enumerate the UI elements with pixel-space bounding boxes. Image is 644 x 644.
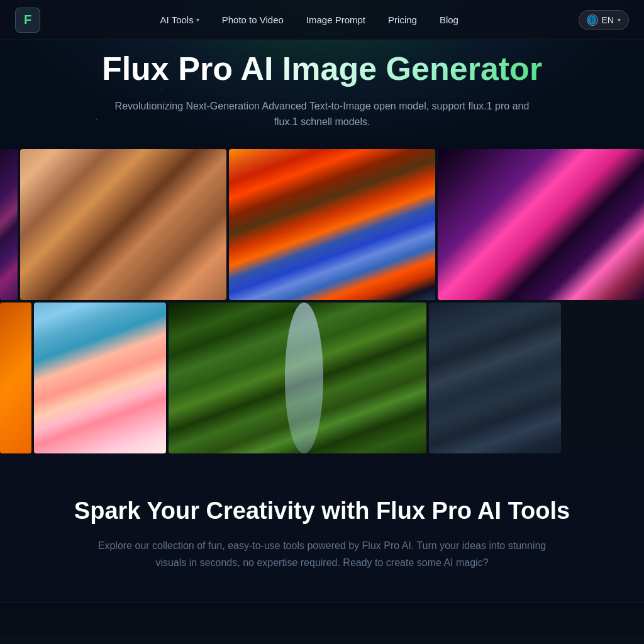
spark-description: Explore our collection of fun, easy-to-u… xyxy=(96,537,548,571)
hero-title: Flux Pro AI Image Generator xyxy=(102,50,542,88)
spark-section: Spark Your Creativity with Flux Pro AI T… xyxy=(0,453,644,602)
gallery-img-waterfall xyxy=(169,303,426,453)
nav-links: AI Tools ▾ Photo to Video Image Prompt P… xyxy=(152,9,467,30)
gallery-partial-right-2 xyxy=(564,303,614,453)
nav-right: 🌐 EN ▾ xyxy=(579,10,629,30)
nav-blog[interactable]: Blog xyxy=(431,9,467,30)
nav-ai-tools[interactable]: AI Tools ▾ xyxy=(152,9,208,30)
gallery-img-girl xyxy=(20,149,226,300)
language-selector[interactable]: 🌐 EN ▾ xyxy=(579,10,629,30)
gallery-row-2 xyxy=(0,303,644,453)
spark-title: Spark Your Creativity with Flux Pro AI T… xyxy=(15,497,629,525)
nav-image-prompt[interactable]: Image Prompt xyxy=(297,9,374,30)
bottom-bar xyxy=(0,602,644,634)
gallery-img-tree xyxy=(429,303,561,453)
gallery-img-fish-bowls xyxy=(229,149,435,300)
logo[interactable]: F xyxy=(15,8,40,33)
navbar: F AI Tools ▾ Photo to Video Image Prompt… xyxy=(0,0,644,40)
nav-photo-to-video[interactable]: Photo to Video xyxy=(213,9,292,30)
gallery-row-1 xyxy=(0,149,644,300)
hero-subtitle: Revolutionizing Next-Generation Advanced… xyxy=(108,98,536,130)
gallery-img-roses xyxy=(34,303,166,453)
chevron-down-icon: ▾ xyxy=(196,16,199,23)
globe-icon: 🌐 xyxy=(587,14,598,26)
gallery xyxy=(0,149,644,453)
gallery-partial-left xyxy=(0,149,18,300)
gallery-img-fantasy-woman xyxy=(438,149,644,300)
logo-icon: F xyxy=(15,8,40,33)
chevron-down-icon: ▾ xyxy=(618,16,621,23)
gallery-partial-left-2 xyxy=(0,303,31,453)
nav-pricing[interactable]: Pricing xyxy=(379,9,426,30)
